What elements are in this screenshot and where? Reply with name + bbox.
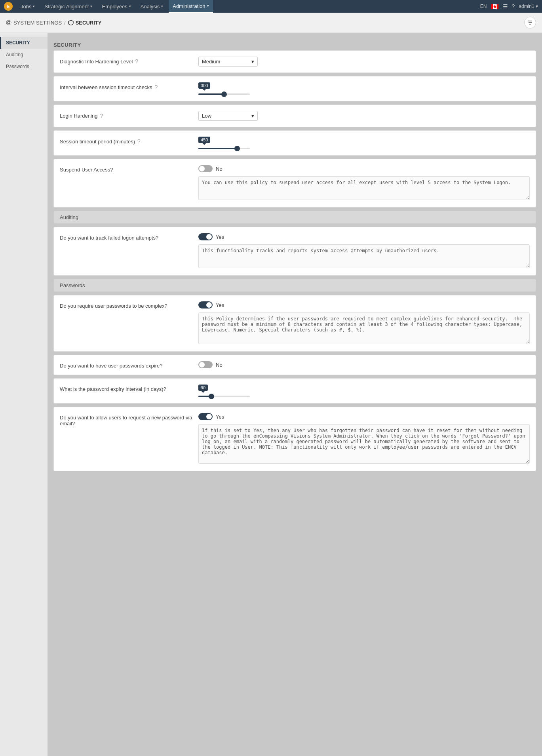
nav-administration[interactable]: Administration ▾ xyxy=(169,0,213,13)
card-session-timeout-checks: Interval between session timeout checks … xyxy=(53,76,536,101)
chevron-down-icon: ▾ xyxy=(129,4,131,8)
chevron-down-icon: ▾ xyxy=(251,59,254,65)
flag-icon: 🇨🇦 xyxy=(491,3,499,10)
system-settings-label: SYSTEM SETTINGS xyxy=(13,20,62,26)
passwords-expire-toggle-label: No xyxy=(216,362,223,368)
new-password-email-label: Do you want to allow users to request a … xyxy=(60,415,198,427)
new-password-email-toggle[interactable] xyxy=(198,413,213,420)
chevron-down-icon: ▾ xyxy=(251,113,254,119)
login-hardening-label: Login Hardening xyxy=(60,113,97,119)
language-label: EN xyxy=(480,4,487,9)
card-diag-hardening: Diagnostic Info Hardening Level ? Medium… xyxy=(53,50,536,73)
toggle-knob xyxy=(206,414,212,419)
nav-employees[interactable]: Employees ▾ xyxy=(98,0,135,13)
settings-icon xyxy=(6,20,11,25)
filter-button[interactable] xyxy=(524,17,536,29)
card-session-timeout-period: Session timeout period (minutes) ? 450 xyxy=(53,130,536,156)
sidebar-item-passwords[interactable]: Passwords xyxy=(0,61,48,72)
session-period-slider-fill xyxy=(198,148,237,149)
nav-strategic-alignment[interactable]: Strategic Alignment ▾ xyxy=(40,0,96,13)
diag-hardening-label: Diagnostic Info Hardening Level xyxy=(60,59,133,65)
session-period-value: 450 xyxy=(198,137,210,143)
card-complex-passwords: Do you require user passwords to be comp… xyxy=(53,295,536,352)
diag-hardening-select[interactable]: Medium ▾ xyxy=(198,57,258,67)
security-icon xyxy=(68,20,74,25)
card-login-hardening: Login Hardening ? Low ▾ xyxy=(53,105,536,127)
chevron-down-icon: ▾ xyxy=(207,4,209,8)
current-page-label: SECURITY xyxy=(76,20,102,26)
suspend-user-toggle-label: No xyxy=(216,166,223,172)
main-content: SECURITY Diagnostic Info Hardening Level… xyxy=(48,33,542,756)
toggle-knob xyxy=(199,166,205,171)
password-expiry-slider-track xyxy=(198,396,250,397)
card-track-failed-logon: Do you want to track failed logon attemp… xyxy=(53,227,536,276)
breadcrumb-separator: / xyxy=(64,20,66,26)
password-expiry-slider-thumb[interactable] xyxy=(209,394,214,399)
help-icon[interactable]: ? xyxy=(512,3,515,10)
chevron-down-icon: ▾ xyxy=(90,4,92,8)
suspend-user-description xyxy=(198,176,530,200)
password-expiry-value: 90 xyxy=(198,385,208,391)
passwords-expire-toggle[interactable] xyxy=(198,361,213,368)
session-checks-slider-fill xyxy=(198,93,224,95)
password-expiry-interval-label: What is the password expiry interval (in… xyxy=(60,386,166,392)
track-failed-logon-toggle[interactable] xyxy=(198,233,213,240)
new-password-email-description xyxy=(198,424,530,464)
admin-user-label[interactable]: admin1 ▾ xyxy=(519,4,538,9)
session-checks-value: 300 xyxy=(198,82,210,89)
new-password-email-toggle-label: Yes xyxy=(216,414,224,420)
track-failed-logon-description xyxy=(198,244,530,268)
help-icon-session-period[interactable]: ? xyxy=(137,138,141,145)
session-checks-slider-thumb[interactable] xyxy=(221,91,227,97)
chevron-down-icon: ▾ xyxy=(33,4,35,8)
sidebar: SECURITY Auditing Passwords xyxy=(0,33,48,756)
suspend-user-label: Suspend User Access? xyxy=(60,167,113,173)
toggle-knob xyxy=(206,234,212,240)
passwords-section-divider: Passwords xyxy=(53,279,536,292)
top-navigation: E Jobs ▾ Strategic Alignment ▾ Employees… xyxy=(0,0,542,13)
session-timeout-checks-label: Interval between session timeout checks xyxy=(60,84,152,90)
sidebar-item-security[interactable]: SECURITY xyxy=(0,37,48,49)
track-failed-logon-toggle-label: Yes xyxy=(216,234,224,240)
session-timeout-period-label: Session timeout period (minutes) xyxy=(60,139,135,145)
filter-icon xyxy=(527,20,533,25)
suspend-user-toggle[interactable] xyxy=(198,165,213,172)
passwords-expire-label: Do you want to have user passwords expir… xyxy=(60,363,162,369)
app-logo: E xyxy=(4,2,13,11)
nav-analysis[interactable]: Analysis ▾ xyxy=(137,0,167,13)
track-failed-logon-label: Do you want to track failed logon attemp… xyxy=(60,235,158,241)
toggle-knob xyxy=(206,302,212,308)
card-password-expiry-interval: What is the password expiry interval (in… xyxy=(53,378,536,404)
complex-passwords-description xyxy=(198,312,530,344)
session-period-slider-thumb[interactable] xyxy=(234,146,240,151)
auditing-section-divider: Auditing xyxy=(53,211,536,224)
svg-text:E: E xyxy=(7,4,10,9)
toggle-knob xyxy=(199,362,205,368)
svg-point-2 xyxy=(8,21,10,24)
complex-passwords-toggle-label: Yes xyxy=(216,302,224,308)
breadcrumb: SYSTEM SETTINGS / SECURITY xyxy=(6,20,101,26)
help-icon-session-checks[interactable]: ? xyxy=(154,84,158,90)
login-hardening-select[interactable]: Low ▾ xyxy=(198,111,258,121)
help-icon-login[interactable]: ? xyxy=(100,112,103,119)
complex-passwords-label: Do you require user passwords to be comp… xyxy=(60,303,167,309)
svg-point-3 xyxy=(6,20,11,25)
sub-header: SYSTEM SETTINGS / SECURITY xyxy=(0,13,542,33)
chevron-down-icon: ▾ xyxy=(161,4,163,8)
card-passwords-expire: Do you want to have user passwords expir… xyxy=(53,355,536,375)
nav-jobs[interactable]: Jobs ▾ xyxy=(17,0,39,13)
session-checks-slider-track xyxy=(198,93,250,95)
sidebar-item-auditing[interactable]: Auditing xyxy=(0,49,48,61)
help-icon-diag[interactable]: ? xyxy=(135,58,138,65)
card-suspend-user-access: Suspend User Access? No xyxy=(53,159,536,208)
menu-icon[interactable]: ☰ xyxy=(503,3,508,10)
card-new-password-email: Do you want to allow users to request a … xyxy=(53,407,536,471)
security-section-header: SECURITY xyxy=(53,39,536,50)
complex-passwords-toggle[interactable] xyxy=(198,301,213,308)
session-period-slider-track xyxy=(198,148,250,149)
